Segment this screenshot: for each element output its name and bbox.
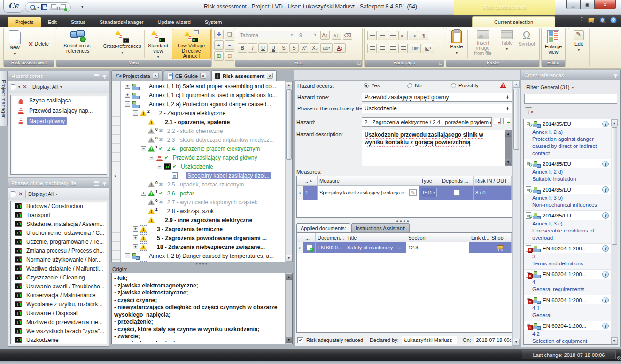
phases-display-filter[interactable]: Display: All	[28, 191, 54, 197]
cross-reference-item[interactable]: EN 60204-1:200... 4.2 Selection of equip…	[524, 321, 611, 344]
cross-reference-item[interactable]: 2014/35/EU Annex I, 2 d) Suitable insula…	[524, 159, 611, 185]
resize-grip[interactable]	[617, 356, 621, 360]
phase-item[interactable]: Wadliwe działanie / Malfuncti...	[11, 264, 107, 273]
measure-type-select[interactable]: ISD	[421, 188, 437, 197]
tree-item-label[interactable]: Annex I, 1 c) Equipment is used in appli…	[147, 92, 278, 99]
collapse-ribbon-icon[interactable]: ⌃⌃	[580, 17, 583, 23]
justify-icon[interactable]	[398, 44, 408, 53]
info-icon[interactable]	[602, 121, 609, 127]
document-tab[interactable]: Risk assessment	[211, 70, 277, 81]
tree-item[interactable]: 1 2.4 - porażenie prądem elektrycznym	[121, 144, 285, 153]
tree-item[interactable]: 5 - Zagrożenia powodowane drganiami ...	[121, 233, 285, 242]
font-style-button[interactable]: X₂	[310, 43, 319, 53]
font-style-button[interactable]: I	[248, 43, 257, 53]
ribbon-tab[interactable]: System	[198, 17, 229, 27]
hazard-zone-label[interactable]: Przewód zasilający nap...	[27, 107, 94, 115]
section-edit-cell[interactable]: 12.3	[406, 242, 469, 253]
reference-code[interactable]: 2014/35/EU	[543, 213, 571, 218]
reference-section[interactable]: 4.2	[532, 331, 608, 338]
clear-formatting-icon[interactable]: ⌫	[343, 31, 352, 40]
expander-icon[interactable]	[125, 253, 130, 258]
phase-item[interactable]: Usuwanie awarii / Troublesho...	[11, 282, 107, 291]
origin-text[interactable]: - łuk; - zjawiska elektromagnetyczne; - …	[114, 275, 284, 342]
reference-description[interactable]: Selection of equipment	[532, 338, 608, 344]
edit-button[interactable]: Edit	[568, 28, 589, 60]
tree-item-label[interactable]: 2.6 - pożar	[166, 190, 195, 197]
new-phase-icon[interactable]	[11, 191, 16, 197]
font-style-button[interactable]: U	[269, 43, 278, 53]
tree-item-label[interactable]: 5 - Zagrożenia powodowane drganiami ...	[155, 234, 268, 242]
highlight-color-icon[interactable]: ab	[320, 43, 333, 53]
info-icon[interactable]	[602, 186, 609, 193]
tree-item-label[interactable]: Przewód zasilający napęd główny	[171, 154, 258, 162]
more-options-icon[interactable]: ...	[505, 190, 509, 195]
minimize-button[interactable]: ▁	[566, 0, 580, 9]
tree-item-label[interactable]: 2.2 - skutki chemiczne	[166, 127, 225, 135]
delete-hazard-zone-icon[interactable]	[23, 84, 27, 90]
font-name-combo[interactable]: Tahoma	[238, 31, 295, 39]
hazard-field[interactable]: 2 - Zagrożenia elektryczne / 2.4 - poraż…	[362, 117, 492, 127]
phase-item[interactable]: Czyszczenie / Cleaning	[11, 273, 107, 282]
expander-icon[interactable]	[125, 93, 130, 98]
ribbon-tab[interactable]: Edit	[41, 17, 64, 27]
tree-item[interactable]: 0 2.3 - sktuki dotyczące implantów medyc…	[121, 135, 285, 144]
insert-image-button[interactable]: Insert image from file	[468, 28, 497, 60]
expander-icon[interactable]	[133, 226, 138, 232]
collapse-level-icon[interactable]: ⊟	[225, 51, 234, 61]
tree-item-label[interactable]: Specjalny kabel zasilający (izol...	[186, 172, 271, 179]
reference-description[interactable]: General requirements	[532, 286, 608, 293]
reference-description[interactable]: General	[532, 312, 608, 319]
info-icon[interactable]	[602, 212, 609, 219]
phase-label[interactable]: Czyszczenie / Cleaning	[24, 274, 87, 281]
radio-option[interactable]: No	[407, 83, 449, 88]
phase-label[interactable]: Transport	[24, 211, 52, 219]
info-icon[interactable]	[602, 245, 609, 252]
tree-item-label[interactable]: Annex I, 2 a) Protection against danger …	[147, 101, 274, 108]
tab-current-selection[interactable]: Current selection	[472, 16, 555, 27]
ribbon-tab[interactable]: Status	[64, 17, 93, 27]
cross-references-button[interactable]: Cross-references	[101, 28, 143, 60]
panel-minimize-icon[interactable]	[94, 181, 99, 186]
radio-icon[interactable]	[451, 83, 456, 88]
reference-code[interactable]: 2014/35/EU	[543, 187, 571, 193]
font-style-button[interactable]: X²	[300, 43, 309, 53]
info-icon[interactable]	[602, 271, 609, 278]
add-hazard-zone-icon[interactable]	[503, 94, 509, 101]
xref-scrollbar[interactable]: ▲▼	[611, 119, 618, 344]
expander-icon[interactable]	[125, 101, 130, 107]
reference-section[interactable]: 4	[532, 279, 608, 286]
tree-item[interactable]: 3 - Zagrożenia termiczne	[121, 225, 285, 233]
phase-label[interactable]: Składanie, instalacja / Assem...	[24, 220, 106, 228]
reference-section[interactable]: 4.1	[532, 305, 608, 312]
reference-description[interactable]: Non-mechanical influences	[532, 201, 608, 209]
expander-icon[interactable]	[141, 191, 146, 196]
reference-section[interactable]: Annex I, 2 a)	[532, 129, 608, 136]
phase-label[interactable]: Normalne użytkowanie / Nor...	[24, 256, 103, 263]
hazard-description-text[interactable]: Uszkodzenie przewodu zasilającego silnik…	[365, 131, 504, 146]
shading-icon[interactable]: ⬕	[422, 44, 434, 53]
phase-item[interactable]: Składanie, instalacja / Assem...	[11, 219, 107, 228]
delete-phase-icon[interactable]	[18, 191, 23, 197]
expander-icon[interactable]	[133, 110, 138, 116]
project-manager-side-tab[interactable]: Project manager	[0, 71, 8, 126]
font-style-button[interactable]: S	[289, 43, 299, 53]
reference-section[interactable]: Annex I, 2 d)	[532, 169, 608, 176]
hazard-zone-label[interactable]: Szyna zasilająca	[27, 97, 73, 104]
align-center-icon[interactable]	[378, 44, 387, 53]
tab-applied-documents[interactable]: Applied documents:	[296, 223, 350, 232]
align-right-icon[interactable]	[388, 44, 397, 53]
horizontal-splitter[interactable]: ●●●●	[111, 262, 293, 266]
reference-section[interactable]: Annex I, 3 b)	[532, 194, 608, 201]
reference-description[interactable]: Foreseeable conditions of overload	[532, 227, 608, 241]
reference-code[interactable]: 2014/35/EU	[543, 121, 571, 127]
cross-reference-item[interactable]: EN 60204-1:200... 4.1 General	[524, 295, 611, 321]
ribbon-tab[interactable]: Projects	[8, 17, 41, 27]
phase-label[interactable]: Zmiana procesu / Process ch...	[24, 247, 106, 255]
font-style-button[interactable]: S	[279, 43, 288, 53]
hazard-zone-item[interactable]: Napęd główny	[11, 116, 107, 126]
font-size-combo[interactable]: 9	[297, 31, 318, 39]
info-icon[interactable]	[602, 161, 609, 167]
tree-item[interactable]: 0 2.7 - wyrzucanie stopionych cząstek	[121, 198, 285, 207]
radio-option[interactable]: Possibly	[451, 83, 492, 88]
radio-label[interactable]: No	[415, 83, 422, 88]
